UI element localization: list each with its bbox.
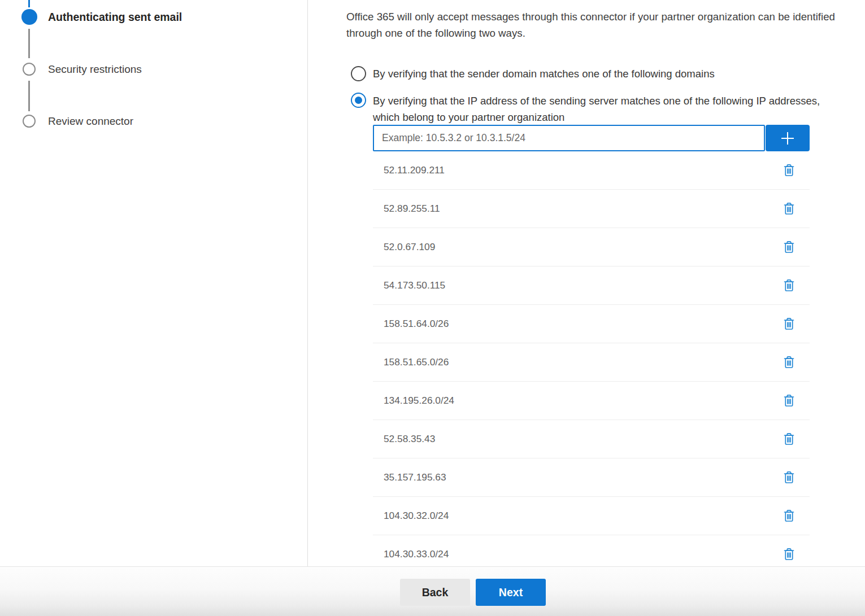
radio-ip-address-label[interactable]: By verifying that the IP address of the … — [373, 93, 835, 125]
radio-sender-domain-label[interactable]: By verifying that the sender domain matc… — [373, 66, 842, 82]
ip-list-row: 104.30.32.0/24 — [373, 497, 810, 535]
plus-icon — [779, 129, 797, 147]
step-connector — [28, 81, 30, 111]
trash-icon — [783, 509, 796, 523]
ip-address-value: 52.11.209.211 — [384, 164, 445, 176]
delete-ip-button[interactable] — [783, 240, 796, 254]
add-ip-button[interactable] — [766, 125, 810, 151]
ip-list-row: 134.195.26.0/24 — [373, 382, 810, 420]
delete-ip-button[interactable] — [783, 317, 796, 331]
ip-address-value: 104.30.33.0/24 — [384, 548, 449, 560]
ip-address-value: 35.157.195.63 — [384, 471, 446, 483]
ip-address-value: 54.173.50.115 — [384, 279, 445, 291]
ip-list-row: 52.0.67.109 — [373, 228, 810, 267]
delete-ip-button[interactable] — [783, 547, 796, 561]
ip-address-value: 158.51.64.0/26 — [384, 318, 449, 330]
radio-ip-address[interactable] — [351, 93, 366, 108]
delete-ip-button[interactable] — [783, 355, 796, 369]
ip-address-value: 52.0.67.109 — [384, 241, 435, 253]
trash-icon — [783, 163, 796, 177]
trash-icon — [783, 278, 796, 292]
trash-icon — [783, 547, 796, 561]
page-description: Office 365 will only accept messages thr… — [346, 9, 864, 41]
wizard-footer: Back Next — [0, 566, 865, 616]
trash-icon — [783, 317, 796, 331]
step-current-dot — [21, 9, 37, 25]
step-upcoming-dot — [23, 115, 36, 128]
wizard-stepper: Authenticating sent email Security restr… — [0, 0, 308, 566]
step-authenticating-sent-email: Authenticating sent email — [48, 11, 182, 24]
delete-ip-button[interactable] — [783, 278, 796, 292]
ip-address-list: 52.11.209.211 52.89.255.11 — [373, 151, 810, 566]
back-button[interactable]: Back — [400, 579, 470, 606]
ip-list-row: 104.30.33.0/24 — [373, 535, 810, 566]
trash-icon — [783, 394, 796, 408]
ip-address-value: 52.58.35.43 — [384, 433, 435, 445]
delete-ip-button[interactable] — [783, 432, 796, 446]
delete-ip-button[interactable] — [783, 394, 796, 408]
ip-address-value: 134.195.26.0/24 — [384, 395, 454, 407]
ip-address-value: 52.89.255.11 — [384, 203, 440, 215]
ip-list-row: 158.51.65.0/26 — [373, 343, 810, 382]
ip-address-value: 104.30.32.0/24 — [384, 510, 449, 522]
ip-list-row: 158.51.64.0/26 — [373, 305, 810, 343]
delete-ip-button[interactable] — [783, 202, 796, 216]
delete-ip-button[interactable] — [783, 470, 796, 484]
ip-address-input[interactable] — [373, 125, 765, 151]
radio-selected-dot — [355, 97, 362, 104]
ip-list-row: 52.11.209.211 — [373, 151, 810, 190]
radio-sender-domain[interactable] — [351, 66, 366, 81]
trash-icon — [783, 240, 796, 254]
trash-icon — [783, 470, 796, 484]
step-connector — [28, 29, 30, 58]
trash-icon — [783, 202, 796, 216]
ip-list-row: 35.157.195.63 — [373, 458, 810, 497]
step-connector-done — [28, 0, 30, 7]
trash-icon — [783, 355, 796, 369]
ip-list-row: 54.173.50.115 — [373, 267, 810, 305]
step-security-restrictions: Security restrictions — [48, 63, 142, 76]
delete-ip-button[interactable] — [783, 163, 796, 177]
step-review-connector: Review connector — [48, 115, 133, 128]
step-upcoming-dot — [23, 63, 36, 76]
trash-icon — [783, 432, 796, 446]
ip-list-row: 52.89.255.11 — [373, 190, 810, 228]
next-button[interactable]: Next — [476, 579, 546, 606]
ip-list-row: 52.58.35.43 — [373, 420, 810, 458]
delete-ip-button[interactable] — [783, 509, 796, 523]
ip-address-value: 158.51.65.0/26 — [384, 356, 449, 368]
